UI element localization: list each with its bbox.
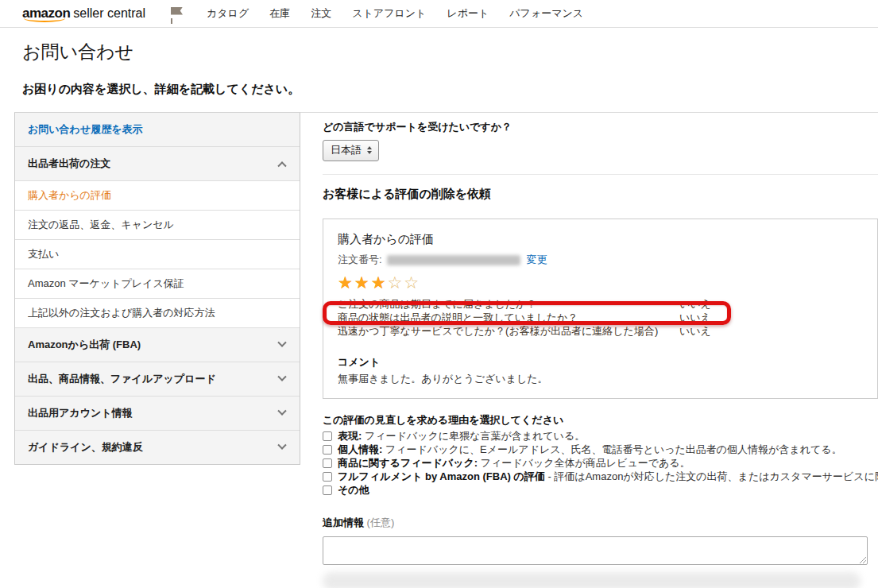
checkbox-other[interactable] xyxy=(323,485,332,495)
comment-label: コメント xyxy=(338,355,863,369)
question-row-service: 迅速かつ丁寧なサービスでしたか？(お客様が出品者に連絡した場合) いいえ xyxy=(338,324,863,338)
feedback-box-title: 購入者からの評価 xyxy=(338,232,863,247)
help-topics-sidebar: お問い合わせ履歴を表示 出品者出荷の注文 購入者からの評価 注文の返品、返金、キ… xyxy=(14,112,300,465)
language-selected-value: 日本語 xyxy=(331,143,362,157)
nav-item-reports[interactable]: レポート xyxy=(447,6,489,21)
nav-item-inventory[interactable]: 在庫 xyxy=(269,6,290,21)
section-heading: お客様による評価の削除を依頼 xyxy=(323,187,878,202)
reason-option-product-feedback: 商品に関するフィードバック: フィードバック全体が商品レビューである。 xyxy=(323,458,878,468)
star-rating: ★★★☆☆ xyxy=(338,274,863,292)
nav-item-performance[interactable]: パフォーマンス xyxy=(509,6,583,21)
content-row: お問い合わせ履歴を表示 出品者出荷の注文 購入者からの評価 注文の返品、返金、キ… xyxy=(14,112,878,588)
star-filled-icon: ★ xyxy=(354,273,371,292)
answer-value: いいえ xyxy=(679,311,711,324)
sidebar-section-guideline-violations[interactable]: ガイドライン、規約違反 xyxy=(15,431,300,464)
nav-item-orders[interactable]: 注文 xyxy=(311,6,331,21)
reason-option-personal-info: 個人情報: フィードバックに、Eメールアドレス、氏名、電話番号といった出品者の個… xyxy=(323,444,878,455)
amazon-logo-text: amazon xyxy=(22,6,70,21)
star-filled-icon: ★ xyxy=(371,273,388,292)
star-empty-icon: ☆ xyxy=(404,273,420,292)
checkbox-fba[interactable] xyxy=(323,472,332,482)
additional-info-label: 追加情報 (任意) xyxy=(323,516,878,530)
main-panel: どの言語でサポートを受けたいですか？ 日本語 お客様による評価の削除を依頼 購入… xyxy=(300,112,878,588)
checkbox-personal-info[interactable] xyxy=(323,445,332,455)
change-order-link[interactable]: 変更 xyxy=(527,253,547,267)
seller-central-text: seller central xyxy=(73,6,145,21)
answer-value: いいえ xyxy=(679,324,711,338)
reason-option-other: その他 xyxy=(323,485,878,495)
chevron-down-icon xyxy=(277,338,286,347)
page-title: お問い合わせ xyxy=(22,40,878,64)
sidebar-item-marketplace-guarantee[interactable]: Amazon マーケットプレイス保証 xyxy=(15,269,300,299)
sidebar-item-payments[interactable]: 支払い xyxy=(15,240,300,269)
reason-option-language: 表現: フィードバックに卑猥な言葉が含まれている。 xyxy=(323,431,878,441)
language-select[interactable]: 日本語 xyxy=(323,140,379,161)
star-empty-icon: ☆ xyxy=(387,273,404,292)
resize-grip-icon[interactable] xyxy=(858,555,866,563)
marketplace-flag-icon[interactable] xyxy=(171,4,183,24)
sidebar-section-listings-uploads[interactable]: 出品、商品情報、ファイルアップロード xyxy=(15,362,300,397)
order-number-label: 注文番号: xyxy=(338,253,382,267)
chevron-up-icon xyxy=(277,161,286,170)
star-filled-icon: ★ xyxy=(338,273,354,292)
sidebar-section-fba[interactable]: Amazonから出荷 (FBA) xyxy=(15,328,300,362)
sidebar-section-merchant-fulfilled-orders[interactable]: 出品者出荷の注文 xyxy=(15,147,300,181)
sidebar-item-buyer-feedback[interactable]: 購入者からの評価 xyxy=(15,181,300,211)
feedback-questions-list: ご注文の商品は期日までに届きましたか？ いいえ 商品の状態は出品者の説明と一致し… xyxy=(338,297,863,338)
chevron-down-icon xyxy=(277,441,286,450)
nav-menu: カタログ 在庫 注文 ストアフロント レポート パフォーマンス xyxy=(207,6,583,21)
answer-value: いいえ xyxy=(679,297,711,311)
order-number-row: 注文番号: 変更 xyxy=(338,253,863,267)
question-row-item-condition: 商品の状態は出品者の説明と一致していましたか？ いいえ xyxy=(338,311,863,324)
select-arrows-icon xyxy=(367,146,372,154)
amazon-smile-icon xyxy=(24,18,65,22)
sidebar-section-seller-account[interactable]: 出品用アカウント情報 xyxy=(15,397,300,431)
buyer-feedback-box: 購入者からの評価 注文番号: 変更 ★★★☆☆ ご注文の商品は期日までに届きまし… xyxy=(323,219,878,399)
question-row-delivery: ご注文の商品は期日までに届きましたか？ いいえ xyxy=(338,297,863,311)
order-number-redacted xyxy=(387,255,520,265)
amazon-seller-central-logo[interactable]: amazon seller central xyxy=(22,6,145,21)
page-subtitle: お困りの内容を選択し、詳細を記載してください。 xyxy=(22,82,878,97)
checkbox-language[interactable] xyxy=(323,431,332,441)
reason-option-fba: フルフィルメント by Amazon (FBA) の評価 - 評価はAmazon… xyxy=(323,471,878,482)
chevron-down-icon xyxy=(277,407,286,416)
divider xyxy=(323,174,878,175)
top-nav: amazon seller central カタログ 在庫 注文 ストアフロント… xyxy=(0,0,878,28)
sidebar-item-case-log[interactable]: お問い合わせ履歴を表示 xyxy=(15,113,300,147)
redacted-blurred-band xyxy=(323,572,861,588)
language-question-label: どの言語でサポートを受けたいですか？ xyxy=(323,120,878,134)
seller-central-page: amazon seller central カタログ 在庫 注文 ストアフロント… xyxy=(0,0,878,588)
chevron-down-icon xyxy=(277,373,286,381)
nav-item-catalog[interactable]: カタログ xyxy=(207,6,249,21)
sidebar-item-other-order-issues[interactable]: 上記以外の注文および購入者の対応方法 xyxy=(15,299,300,328)
additional-info-textarea[interactable] xyxy=(323,536,868,565)
nav-item-storefront[interactable]: ストアフロント xyxy=(352,6,426,21)
reasons-heading: この評価の見直しを求める理由を選択してください xyxy=(323,413,878,427)
checkbox-product-feedback[interactable] xyxy=(323,458,332,468)
sidebar-item-returns-refunds-cancellations[interactable]: 注文の返品、返金、キャンセル xyxy=(15,211,300,240)
comment-text: 無事届きました。ありがとうございました。 xyxy=(338,372,863,386)
